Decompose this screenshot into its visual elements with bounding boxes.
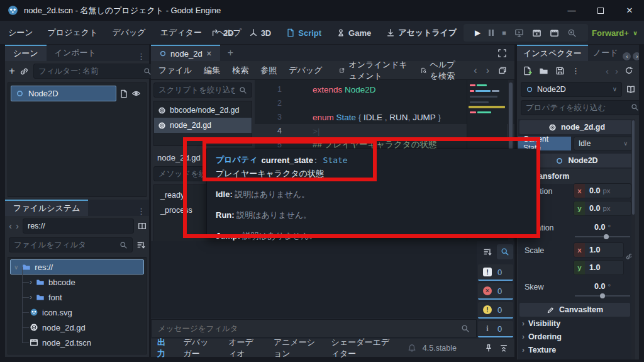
bottom-tab-debugger[interactable]: デバッガー [184, 337, 215, 359]
dock-menu-icon[interactable]: ⋮ [133, 206, 149, 216]
tab-import[interactable]: インポート [47, 45, 104, 61]
bottom-tab-audio[interactable]: オーディオ [228, 337, 260, 359]
renderer-dropdown[interactable]: Forward+∨ [592, 21, 638, 45]
workspace-3d[interactable]: 3D [249, 28, 272, 38]
close-tab-icon[interactable]: ✕ [206, 50, 212, 58]
scale-x-field[interactable]: x1.0 [574, 242, 624, 257]
section-visibility[interactable]: ›Visibility [522, 319, 560, 328]
play-remote-button[interactable] [514, 28, 524, 38]
save-resource-button[interactable] [555, 66, 565, 76]
current-state-dropdown[interactable]: Idle ∨ [574, 137, 633, 150]
script-menu-debug[interactable]: デバッグ [289, 65, 322, 76]
fs-root-row[interactable]: ∨ res:// [10, 259, 144, 274]
stop-button[interactable]: ■ [502, 29, 506, 37]
tab-node[interactable]: ノード [588, 45, 623, 61]
new-tab-button[interactable]: + [220, 45, 241, 61]
nav-forward-button[interactable]: › [16, 220, 19, 231]
resource-menu-icon[interactable]: ⋮ [572, 66, 580, 76]
counter-errors[interactable]: ✕ 0 [478, 283, 513, 300]
section-texture[interactable]: ›Texture [522, 346, 556, 354]
section-ordering[interactable]: ›Ordering [522, 332, 562, 341]
play-scene-button[interactable] [532, 28, 541, 38]
tab-filesystem[interactable]: ファイルシステム [5, 200, 88, 216]
movie-maker-button[interactable] [567, 28, 577, 38]
section-material[interactable]: ›Material [522, 359, 558, 359]
filter-scripts-input[interactable] [158, 86, 235, 94]
online-docs-button[interactable]: オンラインドキュメント [339, 59, 408, 82]
script-list-item-bbcode[interactable]: bbcode/node_2d.gd [154, 103, 252, 118]
notifications-bell-icon[interactable] [408, 344, 416, 353]
output-collapse-button[interactable] [479, 244, 496, 259]
open-docs-button[interactable] [626, 85, 635, 94]
inspector-back-button[interactable]: ‹ [606, 65, 609, 76]
output-search-button[interactable] [497, 244, 513, 259]
dock-menu-icon[interactable]: ⋮ [133, 52, 149, 61]
menu-debug[interactable]: デバッグ [112, 27, 145, 38]
visibility-toggle-icon[interactable] [131, 89, 143, 98]
workspace-script[interactable]: Script [286, 28, 321, 38]
bottom-tab-animation[interactable]: アニメーション [274, 337, 318, 359]
path-input[interactable] [28, 222, 129, 230]
property-filter-input[interactable] [526, 103, 627, 112]
open-script-icon[interactable] [116, 89, 131, 98]
position-x-field[interactable]: x0.0px [574, 183, 631, 198]
search-help-button[interactable]: ヘルプを検索 [421, 59, 462, 82]
menu-scene[interactable]: シーン [8, 27, 33, 38]
history-back-button[interactable]: ‹ [474, 65, 477, 76]
play-custom-scene-button[interactable] [550, 28, 559, 38]
expand-bottom-panel-button[interactable] [499, 344, 508, 353]
pause-button[interactable] [489, 30, 494, 36]
script-menu-goto[interactable]: 参照 [260, 65, 277, 76]
history-forward-button[interactable]: › [486, 65, 489, 76]
workspace-assetlib[interactable]: アセットライブ [386, 27, 457, 38]
scale-y-field[interactable]: y1.0 [574, 260, 624, 275]
instance-scene-button[interactable] [19, 67, 29, 76]
workspace-game[interactable]: Game [336, 28, 371, 38]
output-log[interactable] [151, 241, 477, 318]
position-y-field[interactable]: y0.0px [574, 201, 631, 216]
next-tab-icon[interactable]: › [633, 52, 639, 60]
menu-project[interactable]: プロジェクト [48, 27, 98, 38]
tab-scene[interactable]: シーン [5, 45, 47, 61]
rotation-slider[interactable] [575, 236, 630, 237]
play-button[interactable]: ▶ [475, 28, 480, 37]
script-menu-search[interactable]: 検索 [232, 65, 248, 76]
load-resource-button[interactable] [539, 66, 548, 76]
maximize-button[interactable] [586, 0, 615, 21]
sort-files-button[interactable] [136, 240, 145, 249]
tab-inspector[interactable]: インスペクター [517, 45, 588, 61]
fs-file-node2d-tscn[interactable]: node_2d.tscn [8, 335, 146, 350]
history-button[interactable] [625, 66, 633, 75]
counter-info[interactable]: i 0 [478, 321, 513, 337]
scene-filter-input[interactable] [38, 67, 140, 76]
make-floating-button[interactable] [498, 66, 507, 75]
pin-bottom-panel-button[interactable] [484, 344, 493, 353]
minimize-button[interactable]: — [557, 0, 586, 21]
inspector-forward-button[interactable]: › [615, 65, 618, 76]
scene-tree-node2d[interactable]: Node2D [11, 86, 116, 101]
inspector-scrollbar[interactable] [631, 119, 635, 359]
menu-editor[interactable]: エディター [160, 27, 202, 38]
workspace-2d[interactable]: 2D [211, 28, 234, 38]
new-resource-button[interactable] [523, 66, 532, 76]
skew-field[interactable]: 0.0° [574, 279, 631, 294]
rotation-field[interactable]: 0.0° [574, 220, 631, 235]
bottom-tab-shader[interactable]: シェーダーエディター [331, 337, 394, 359]
script-menu-file[interactable]: ファイル [158, 65, 192, 76]
split-mode-button[interactable] [138, 222, 147, 230]
script-list-item-node2d[interactable]: node_2d.gd [154, 118, 252, 133]
counter-all[interactable]: ! 0 [478, 264, 513, 281]
file-filter-input[interactable] [14, 240, 116, 249]
counter-warnings[interactable]: ! 0 [478, 302, 513, 319]
output-filter-input[interactable] [158, 324, 456, 333]
bottom-tab-output[interactable]: 出力 [157, 337, 170, 359]
add-node-button[interactable]: + [9, 65, 15, 77]
script-menu-edit[interactable]: 編集 [204, 65, 220, 76]
close-button[interactable]: ✕ [615, 0, 644, 21]
node-selector-dropdown[interactable]: Node2D ∨ [521, 82, 622, 97]
nav-back-button[interactable]: ‹ [9, 220, 12, 231]
category-canvasitem[interactable]: CanvasItem [519, 303, 630, 317]
prev-tab-icon[interactable]: ‹ [623, 52, 631, 60]
category-script[interactable]: node_2d.gd [519, 120, 634, 134]
scene-tab-node2d[interactable]: node_2d ✕ [151, 45, 220, 61]
